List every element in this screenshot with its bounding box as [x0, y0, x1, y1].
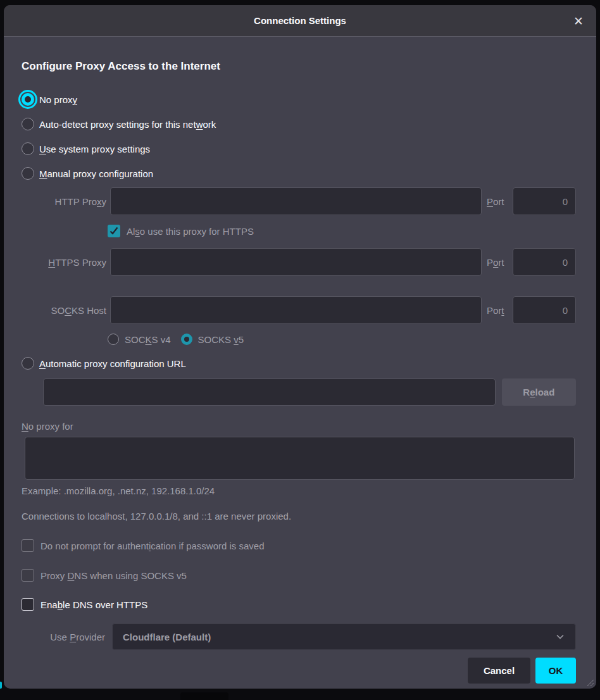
doh-provider-row: Use Provider Cloudflare (Default): [22, 623, 576, 650]
reload-button[interactable]: Reload: [502, 378, 576, 406]
http-port-input[interactable]: [513, 187, 576, 215]
dialog-footer: Cancel OK: [22, 658, 576, 684]
radio-row-auto-url[interactable]: Automatic proxy configuration URL: [22, 355, 576, 372]
share-proxy-checkbox[interactable]: [108, 225, 120, 237]
https-proxy-label: HTTPS Proxy: [22, 257, 106, 268]
socks-v4-label: SOCKS v4: [125, 334, 171, 345]
auto-url-input-row: Reload: [43, 378, 576, 406]
background-accent-sliver: [0, 682, 2, 689]
socks-host-label: SOCKS Host: [22, 305, 106, 316]
proxy-dns-socks5-label: Proxy DNS when using SOCKS v5: [41, 570, 187, 581]
dialog-content: Configure Proxy Access to the Internet N…: [4, 59, 596, 684]
chevron-down-icon: [555, 632, 565, 642]
http-port-label: Port: [487, 196, 507, 207]
https-port-label: Port: [487, 257, 507, 268]
socks-v5-label: SOCKS v5: [198, 334, 244, 345]
resize-grip-icon[interactable]: [584, 677, 594, 687]
radio-row-no-proxy[interactable]: No proxy: [22, 91, 576, 108]
no-proxy-for-textarea[interactable]: [25, 437, 575, 480]
connection-settings-dialog: Connection Settings ✕ Configure Proxy Ac…: [4, 5, 596, 689]
doh-provider-dropdown[interactable]: Cloudflare (Default): [112, 623, 576, 650]
dialog-title: Connection Settings: [254, 15, 346, 26]
enable-doh-row[interactable]: Enable DNS over HTTPS: [22, 597, 576, 611]
auto-detect-radio[interactable]: [22, 118, 34, 130]
share-proxy-row[interactable]: Also use this proxy for HTTPS: [108, 224, 576, 238]
http-proxy-input[interactable]: [110, 187, 482, 215]
manual-proxy-label: Manual proxy configuration: [39, 168, 153, 179]
share-proxy-label: Also use this proxy for HTTPS: [127, 226, 254, 237]
no-proxy-radio[interactable]: [22, 93, 34, 106]
background-page-edge: [180, 692, 228, 700]
proxy-dns-socks5-row[interactable]: Proxy DNS when using SOCKS v5: [22, 568, 576, 582]
auto-url-radio[interactable]: [22, 357, 34, 370]
enable-doh-label: Enable DNS over HTTPS: [41, 599, 147, 610]
close-icon[interactable]: ✕: [573, 15, 584, 27]
http-proxy-row: HTTP Proxy Port: [22, 187, 576, 215]
manual-proxy-radio[interactable]: [22, 167, 34, 180]
no-prompt-auth-row[interactable]: Do not prompt for authentication if pass…: [22, 539, 576, 553]
http-proxy-label: HTTP Proxy: [22, 196, 106, 207]
radio-row-system-proxy[interactable]: Use system proxy settings: [22, 141, 576, 157]
https-proxy-input[interactable]: [110, 248, 482, 276]
auto-url-input[interactable]: [43, 378, 496, 406]
enable-doh-checkbox[interactable]: [22, 598, 34, 611]
system-proxy-radio[interactable]: [22, 142, 34, 155]
ok-button[interactable]: OK: [535, 658, 576, 684]
doh-provider-value: Cloudflare (Default): [123, 632, 555, 642]
socks-v5-radio[interactable]: [181, 334, 192, 345]
socks-port-input[interactable]: [513, 296, 576, 324]
use-provider-label: Use Provider: [22, 632, 105, 642]
cancel-button[interactable]: Cancel: [468, 658, 530, 684]
check-icon: [109, 227, 119, 235]
radio-row-auto-detect[interactable]: Auto-detect proxy settings for this netw…: [22, 116, 576, 132]
auto-url-label: Automatic proxy configuration URL: [39, 358, 186, 369]
socks-host-row: SOCKS Host Port: [22, 296, 576, 324]
socks-port-label: Port: [487, 305, 507, 316]
socks-host-input[interactable]: [110, 296, 482, 324]
section-heading: Configure Proxy Access to the Internet: [22, 59, 576, 73]
no-proxy-for-label-row: No proxy for: [22, 419, 576, 433]
no-prompt-auth-checkbox[interactable]: [22, 539, 34, 552]
no-proxy-label: No proxy: [39, 94, 77, 105]
dialog-titlebar: Connection Settings ✕: [4, 5, 596, 37]
system-proxy-label: Use system proxy settings: [39, 144, 150, 154]
https-port-input[interactable]: [513, 248, 576, 276]
radio-row-manual-proxy[interactable]: Manual proxy configuration: [22, 165, 576, 182]
no-proxy-example-text: Example: .mozilla.org, .net.nz, 192.168.…: [22, 484, 576, 498]
socks-v4-radio[interactable]: [108, 334, 119, 345]
no-proxy-for-label: No proxy for: [22, 421, 73, 432]
no-prompt-auth-label: Do not prompt for authentication if pass…: [41, 541, 265, 551]
https-proxy-row: HTTPS Proxy Port: [22, 248, 576, 276]
proxy-dns-socks5-checkbox[interactable]: [22, 569, 34, 582]
auto-detect-label: Auto-detect proxy settings for this netw…: [39, 119, 216, 130]
no-proxy-note-text: Connections to localhost, 127.0.0.1/8, a…: [22, 509, 576, 523]
socks-version-row: SOCKS v4 SOCKS v5: [108, 332, 576, 346]
